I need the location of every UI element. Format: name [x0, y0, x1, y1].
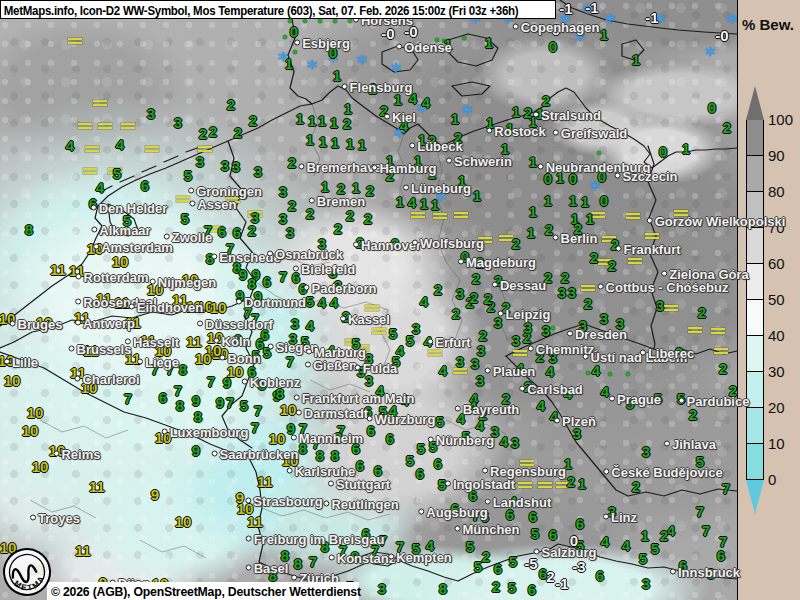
fog-symbol-icon — [645, 233, 659, 241]
city-marker-icon — [603, 469, 609, 475]
temperature-value: 3 — [558, 284, 566, 301]
temperature-value: 3 — [656, 297, 664, 314]
city-label: Salzburg — [534, 545, 597, 560]
temperature-value: 3 — [642, 575, 650, 592]
temperature-value: 5 — [389, 325, 397, 342]
temperature-value: 2 — [584, 295, 592, 312]
copyright-bar: © 2026 (AGB), OpenStreetMap, Deutscher W… — [47, 582, 359, 600]
city-label: Zielona Góra — [661, 267, 748, 282]
temperature-value: 1 — [527, 224, 535, 241]
city-name: Eindhoven — [137, 300, 203, 315]
temperature-value: 10 — [195, 350, 212, 367]
city-name: Plauen — [493, 364, 536, 379]
temperature-value: 0 — [708, 99, 716, 116]
city-marker-icon — [396, 44, 402, 50]
temperature-value: 3 — [232, 158, 240, 175]
temperature-value: 8 — [176, 397, 184, 414]
temperature-value: 1 — [544, 192, 552, 209]
temperature-value: 5 — [509, 553, 517, 570]
city-marker-icon — [538, 164, 544, 170]
temperature-value: 4 — [318, 294, 326, 311]
temperature-value: 6 — [434, 455, 442, 472]
city-marker-icon — [328, 481, 334, 487]
city-name: Hasselt — [133, 335, 179, 350]
city-label: Antwerp — [75, 316, 135, 331]
city-name: Jihlava — [672, 437, 716, 452]
city-name: Frankfurt am Main — [302, 391, 415, 406]
temperature-value: 10 — [4, 372, 21, 389]
city-marker-icon — [75, 274, 81, 280]
temperature-value: 0 — [600, 192, 608, 209]
city-label: Troyes — [30, 511, 80, 526]
city-name: Reims — [61, 447, 100, 462]
temperature-value: 3 — [476, 372, 484, 389]
temperature-value: 3 — [568, 284, 576, 301]
temperature-value: 5 — [531, 525, 539, 542]
temperature-value: 3 — [196, 153, 204, 170]
temperature-value: 6 — [528, 581, 536, 598]
colorbar-segment — [747, 407, 763, 443]
city-marker-icon — [615, 173, 621, 179]
temperature-value: 4 — [96, 179, 104, 196]
city-name: Bonn — [227, 351, 260, 366]
city-name: Stralsund — [541, 108, 601, 123]
temperature-value: 6 — [386, 430, 394, 447]
temperature-value: 8 — [316, 447, 324, 464]
city-label: Hannover — [353, 238, 421, 253]
temperature-value: 5 — [113, 165, 121, 182]
fog-symbol-icon — [83, 168, 97, 176]
city-marker-icon — [246, 565, 252, 571]
temperature-value: 7 — [226, 394, 234, 411]
temperature-value: 2 — [719, 360, 727, 377]
temperature-value: 8 — [25, 221, 33, 238]
temperature-value: 10 — [112, 253, 129, 270]
city-marker-icon — [428, 437, 434, 443]
temperature-value: 11 — [50, 261, 66, 278]
colorbar-tick-label: 20 — [768, 399, 785, 416]
temperature-value: 11 — [89, 478, 105, 495]
city-label: Basel — [246, 561, 289, 576]
city-name: Fulda — [363, 361, 398, 376]
city-marker-icon — [197, 321, 203, 327]
drizzle-symbol-icon — [318, 19, 322, 23]
temperature-value: -1 — [559, 0, 572, 17]
temperature-value: 4 — [622, 537, 630, 554]
city-marker-icon — [367, 416, 373, 422]
drizzle-symbol-icon — [608, 372, 612, 376]
city-marker-icon — [137, 359, 143, 365]
city-name: Antwerp — [83, 316, 135, 331]
temperature-value: 2 — [248, 222, 256, 239]
city-name: Troyes — [38, 511, 80, 526]
city-label: Frankfurt — [615, 242, 680, 257]
colorbar-tick-label: 60 — [768, 255, 785, 272]
temperature-value: 0 — [659, 143, 667, 160]
city-label: Erfurt — [427, 335, 470, 350]
fog-symbol-icon — [428, 350, 442, 358]
city-label: Plzeň — [554, 414, 596, 429]
fog-symbol-icon — [628, 258, 642, 266]
weather-map: 00-0-01101-1-1-1-01001021121442111112111… — [0, 0, 737, 600]
city-name: Osnabrück — [275, 247, 343, 262]
temperature-value: 9 — [223, 374, 231, 391]
city-marker-icon — [162, 429, 168, 435]
temperature-value: 1 — [529, 203, 537, 220]
city-label: Prague — [609, 392, 661, 407]
temperature-value: 2 — [249, 112, 257, 129]
fog-symbol-icon — [98, 123, 112, 131]
temperature-value: 7 — [207, 373, 215, 390]
city-name: Landshut — [493, 495, 552, 510]
temperature-value: 6 — [356, 457, 364, 474]
temperature-value: 1 — [581, 193, 589, 210]
temperature-value: 2 — [234, 124, 242, 141]
city-marker-icon — [188, 188, 194, 194]
city-marker-icon — [384, 114, 390, 120]
city-marker-icon — [446, 158, 452, 164]
city-name: Reutlingen — [331, 497, 398, 512]
temperature-value: 4 — [116, 136, 124, 153]
city-label: Copenhagen — [513, 20, 600, 35]
city-marker-icon — [323, 501, 329, 507]
city-name: Flensburg — [350, 80, 413, 95]
temperature-value: 1 — [569, 192, 577, 209]
city-label: Bielefeld — [293, 262, 355, 277]
city-marker-icon — [329, 555, 335, 561]
